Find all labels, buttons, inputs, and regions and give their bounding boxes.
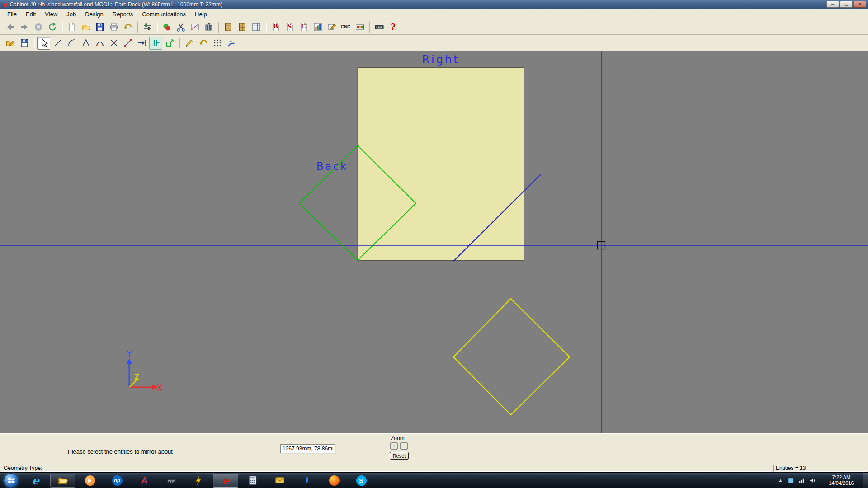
menu-file[interactable]: File	[3, 10, 21, 19]
costing-report-button[interactable]: C	[297, 20, 310, 33]
arc-points-tool-button[interactable]	[93, 37, 106, 50]
taskbar-skype-button[interactable]: S	[349, 474, 374, 488]
maximize-button[interactable]: ▢	[840, 1, 853, 8]
z-axis-label: Z	[134, 373, 139, 381]
chart-button[interactable]	[311, 20, 324, 33]
forward-arrow-icon	[19, 22, 29, 32]
menu-view[interactable]: View	[40, 10, 62, 19]
menu-communications[interactable]: Communications	[137, 10, 190, 19]
angle-tool-button[interactable]	[79, 37, 92, 50]
taskbar-hp-button[interactable]: hp	[104, 474, 130, 488]
coordinates-input[interactable]	[280, 444, 336, 454]
minimize-button[interactable]: ─	[826, 1, 839, 8]
taskbar-media-button[interactable]: ▶	[77, 474, 103, 488]
cnc-button[interactable]: CNC	[339, 20, 352, 33]
settings-button[interactable]	[141, 20, 154, 33]
nav-back-button[interactable]	[4, 20, 17, 33]
trim-tool-button[interactable]	[149, 37, 162, 50]
toolbar-separator	[34, 38, 35, 48]
print-button[interactable]	[107, 20, 120, 33]
undo-button[interactable]	[121, 20, 134, 33]
taskbar-ecabinet-button[interactable]: e	[213, 474, 238, 488]
yellow-diamond-entity[interactable]	[453, 299, 570, 415]
face-label-right: Right	[422, 53, 459, 66]
stop-button[interactable]	[32, 20, 45, 33]
network-icon[interactable]	[798, 477, 806, 484]
extend-tool-button[interactable]	[135, 37, 148, 50]
clock-date: 14/04/2016	[822, 480, 860, 486]
new-file-button[interactable]	[65, 20, 78, 33]
help-button[interactable]: ?	[387, 20, 400, 33]
menu-reports[interactable]: Reports	[108, 10, 138, 19]
cabinet-editor-button[interactable]	[222, 20, 235, 33]
dot-grid-icon	[212, 38, 222, 48]
blue-arrows-icon	[226, 38, 236, 48]
grid-toggle-button[interactable]	[211, 37, 224, 50]
taskbar-outlook-button[interactable]	[267, 474, 292, 488]
part-deck-rect[interactable]	[358, 68, 524, 260]
tray-expand-chevron-icon[interactable]: ▲	[778, 478, 783, 483]
refresh-icon	[47, 22, 57, 32]
summary-report-button[interactable]: S	[283, 20, 296, 33]
lightning-bolt-icon	[193, 475, 204, 486]
save-button[interactable]	[93, 20, 106, 33]
menu-edit[interactable]: Edit	[21, 10, 40, 19]
status-bar: Geometry Type: Entities = 13	[0, 464, 868, 472]
taskbar-cad-button[interactable]: A	[132, 474, 157, 488]
cabinet-doors-icon	[237, 22, 247, 32]
reports-columns-button[interactable]	[202, 20, 215, 33]
bom-report-button[interactable]: B	[269, 20, 282, 33]
arc-tool-button[interactable]	[65, 37, 78, 50]
mail-envelope-icon	[274, 475, 285, 486]
edit-open-button[interactable]	[4, 37, 17, 50]
pen-tool-button[interactable]	[183, 37, 196, 50]
menu-help[interactable]: Help	[190, 10, 212, 19]
palette-button[interactable]	[353, 20, 366, 33]
start-button[interactable]	[4, 473, 19, 488]
annotate-button[interactable]	[325, 20, 338, 33]
open-file-button[interactable]	[79, 20, 92, 33]
diagonal-rect-icon	[190, 22, 200, 32]
prompt-message: Please select the entities to mirror abo…	[68, 448, 173, 455]
zoom-in-button[interactable]: +	[390, 442, 398, 450]
offset-tool-button[interactable]	[163, 37, 176, 50]
cabinet-copy-button[interactable]	[236, 20, 249, 33]
taskbar-explorer-button[interactable]	[50, 474, 75, 488]
taskbar-ie-button[interactable]: e	[23, 474, 48, 488]
materials-button[interactable]	[160, 20, 173, 33]
taskbar-clock[interactable]: 7:22 AM 14/04/2016	[822, 474, 860, 486]
toolbar-separator	[137, 22, 138, 33]
menu-design[interactable]: Design	[80, 10, 108, 19]
tray-app-icon[interactable]	[787, 477, 795, 484]
drawing-view-button[interactable]	[188, 20, 201, 33]
app-logo-icon: e	[3, 1, 7, 8]
minus-icon: −	[402, 444, 405, 449]
undo-edit-button[interactable]	[197, 37, 210, 50]
taskbar-orb-app-button[interactable]	[321, 474, 347, 488]
cutlist-button[interactable]	[174, 20, 187, 33]
show-desktop-button[interactable]	[863, 473, 868, 488]
nesting-grid-button[interactable]	[250, 20, 263, 33]
zoom-out-button[interactable]: −	[400, 442, 408, 450]
pencil-icon	[184, 38, 194, 48]
taskbar-calculator-button[interactable]	[240, 474, 265, 488]
drawing-canvas[interactable]: Right Back Y X Z	[0, 51, 868, 433]
intersect-tool-button[interactable]	[107, 37, 120, 50]
save-part-button[interactable]	[18, 37, 31, 50]
nav-forward-button[interactable]	[18, 20, 31, 33]
volume-icon[interactable]	[809, 477, 816, 484]
sliders-icon	[142, 22, 152, 32]
close-button[interactable]: ✕	[854, 1, 866, 8]
snap-button[interactable]	[225, 37, 238, 50]
document-icon	[271, 22, 281, 32]
taskbar-coil-button[interactable]	[159, 474, 184, 488]
line-tool-button[interactable]	[51, 37, 64, 50]
menu-job[interactable]: Job	[62, 10, 80, 19]
measure-tool-button[interactable]	[121, 37, 134, 50]
taskbar-power-button[interactable]	[186, 474, 211, 488]
select-tool-button[interactable]	[37, 37, 50, 50]
keyboard-button[interactable]	[373, 20, 386, 33]
zoom-reset-button[interactable]: Reset	[390, 452, 409, 460]
taskbar-flame-app-button[interactable]	[294, 474, 320, 488]
refresh-button[interactable]	[46, 20, 59, 33]
